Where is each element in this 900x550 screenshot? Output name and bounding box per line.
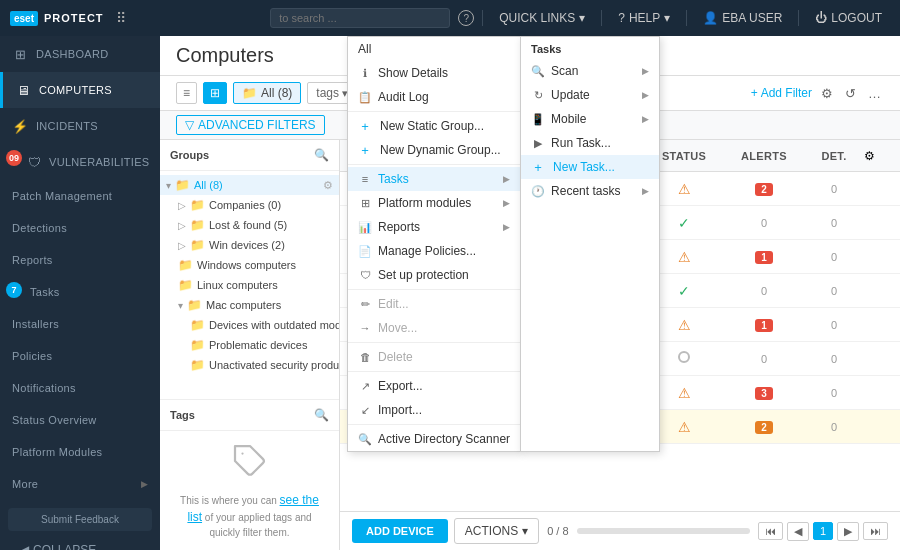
- sidebar-item-vulnerabilities[interactable]: 09 🛡 VULNERABILITIES: [0, 144, 160, 180]
- arrow-icon: ▶: [642, 186, 649, 196]
- prev-page-button[interactable]: ◀: [787, 522, 809, 541]
- tree-item-win[interactable]: ▷ 📁 Win devices (2): [160, 235, 339, 255]
- add-device-button[interactable]: ADD DEVICE: [352, 519, 448, 543]
- dd-platform-modules[interactable]: ⊞ Platform modules ▶: [348, 191, 520, 215]
- dd-tasks[interactable]: ≡ Tasks ▶: [348, 167, 520, 191]
- table-footer: ADD DEVICE ACTIONS ▾ 0 / 8 ⏮ ◀ 1: [340, 511, 900, 550]
- dd-edit[interactable]: ✏ Edit...: [348, 292, 520, 316]
- sidebar-item-platform-modules[interactable]: Platform Modules: [0, 436, 160, 468]
- tree-item-problematic[interactable]: 📁 Problematic devices: [160, 335, 339, 355]
- ok-icon: ✓: [678, 215, 690, 231]
- table-settings-icon[interactable]: ⚙: [864, 149, 875, 163]
- sidebar-item-tasks[interactable]: 7 Tasks: [0, 276, 160, 308]
- row-det: 0: [804, 386, 864, 400]
- first-page-button[interactable]: ⏮: [758, 522, 783, 540]
- ok-icon: ✓: [678, 283, 690, 299]
- policies-icon: 📄: [358, 244, 372, 258]
- dd-export[interactable]: ↗ Export...: [348, 374, 520, 398]
- sidebar-item-patch-management[interactable]: Patch Management: [0, 180, 160, 212]
- dd-new-static-group[interactable]: + New Static Group...: [348, 114, 520, 138]
- tree-item-unactivated[interactable]: 📁 Unactivated security product: [160, 355, 339, 375]
- refresh-icon[interactable]: ↺: [842, 83, 859, 104]
- advanced-filters-button[interactable]: ▽ ADVANCED FILTERS: [176, 115, 325, 135]
- dd-set-up-protection[interactable]: 🛡 Set up protection: [348, 263, 520, 287]
- scan-icon: 🔍: [531, 64, 545, 78]
- dd-move[interactable]: → Move...: [348, 316, 520, 340]
- grid-view-button[interactable]: ⊞: [203, 82, 227, 104]
- tags-search-icon[interactable]: 🔍: [314, 408, 329, 422]
- mobile-icon: 📱: [531, 112, 545, 126]
- question-icon: ?: [618, 11, 625, 25]
- dd-scan[interactable]: 🔍 Scan ▶: [521, 59, 659, 83]
- add-filter-button[interactable]: + Add Filter: [751, 86, 812, 100]
- search-input[interactable]: [270, 8, 450, 28]
- sidebar-item-more[interactable]: More ▶: [0, 468, 160, 500]
- dd-audit-log[interactable]: 📋 Audit Log: [348, 85, 520, 109]
- folder-icon: 📁: [175, 178, 190, 192]
- tag-icon: [232, 443, 268, 486]
- groups-search-icon[interactable]: 🔍: [314, 148, 329, 162]
- dd-new-task[interactable]: + New Task...: [521, 155, 659, 179]
- tree-item-outdated[interactable]: 📁 Devices with outdated modules: [160, 315, 339, 335]
- submit-feedback-button[interactable]: Submit Feedback: [8, 508, 152, 531]
- dd-run-task[interactable]: ▶ Run Task...: [521, 131, 659, 155]
- logout-icon: ⏻: [815, 11, 827, 25]
- collapse-button[interactable]: ◀ COLLAPSE: [8, 537, 152, 550]
- settings-icon[interactable]: ⚙: [818, 83, 836, 104]
- last-page-button[interactable]: ⏭: [863, 522, 888, 540]
- sidebar-bottom: Submit Feedback ◀ COLLAPSE: [0, 500, 160, 550]
- actions-button[interactable]: ACTIONS ▾: [454, 518, 539, 544]
- sidebar-item-dashboard[interactable]: ⊞ DASHBOARD: [0, 36, 160, 72]
- dashboard-icon: ⊞: [12, 46, 28, 62]
- list-view-button[interactable]: ≡: [176, 82, 197, 104]
- quick-links-button[interactable]: QUICK LINKS ▾: [491, 8, 593, 28]
- chevron-down-icon: ▾: [664, 11, 670, 25]
- dd-import[interactable]: ↙ Import...: [348, 398, 520, 422]
- tags-see-link[interactable]: see the list: [187, 493, 319, 524]
- sidebar-item-reports[interactable]: Reports: [0, 244, 160, 276]
- sidebar-item-installers[interactable]: Installers: [0, 308, 160, 340]
- dd-manage-policies[interactable]: 📄 Manage Policies...: [348, 239, 520, 263]
- help-button[interactable]: ? HELP ▾: [610, 8, 678, 28]
- expand-icon: ▾: [178, 300, 183, 311]
- more-options-icon[interactable]: …: [865, 83, 884, 104]
- shield-icon: 🛡: [28, 154, 41, 170]
- dd-show-details[interactable]: ℹ Show Details: [348, 61, 520, 85]
- dd-new-dynamic-group[interactable]: + New Dynamic Group...: [348, 138, 520, 162]
- dd-delete[interactable]: 🗑 Delete: [348, 345, 520, 369]
- tree-item-mac[interactable]: ▾ 📁 Mac computers: [160, 295, 339, 315]
- grid-icon[interactable]: ⠿: [116, 10, 126, 26]
- sidebar-item-status-overview[interactable]: Status Overview: [0, 404, 160, 436]
- next-page-button[interactable]: ▶: [837, 522, 859, 541]
- logout-button[interactable]: ⏻ LOGOUT: [807, 8, 890, 28]
- context-menu: All ℹ Show Details 📋 Audit Log + New Sta…: [347, 36, 660, 452]
- sidebar-item-policies[interactable]: Policies: [0, 340, 160, 372]
- page-1-button[interactable]: 1: [813, 522, 833, 540]
- row-det: 0: [804, 420, 864, 434]
- tree-item-companies[interactable]: ▷ 📁 Companies (0): [160, 195, 339, 215]
- dd-update[interactable]: ↻ Update ▶: [521, 83, 659, 107]
- help-circle-icon[interactable]: ?: [458, 10, 474, 26]
- left-panel: Groups 🔍 ▾ 📁 All (8) ⚙ ▷ 📁: [160, 140, 340, 550]
- sidebar-item-notifications[interactable]: Notifications: [0, 372, 160, 404]
- all-group-button[interactable]: 📁 All (8): [233, 82, 301, 104]
- sidebar-item-computers[interactable]: 🖥 COMPUTERS: [0, 72, 160, 108]
- dd-recent-tasks[interactable]: 🕐 Recent tasks ▶: [521, 179, 659, 203]
- sidebar-item-detections[interactable]: Detections: [0, 212, 160, 244]
- dd-ad-scanner[interactable]: 🔍 Active Directory Scanner: [348, 427, 520, 451]
- folder-icon: 📁: [242, 86, 257, 100]
- dd-reports[interactable]: 📊 Reports ▶: [348, 215, 520, 239]
- tree-settings-icon[interactable]: ⚙: [323, 179, 333, 192]
- dd-label: All: [358, 42, 371, 56]
- row-alerts: 2: [724, 420, 804, 434]
- dd-mobile[interactable]: 📱 Mobile ▶: [521, 107, 659, 131]
- sidebar-item-incidents[interactable]: ⚡ INCIDENTS: [0, 108, 160, 144]
- dd-all[interactable]: All: [348, 37, 520, 61]
- row-det: 0: [804, 182, 864, 196]
- tree-item-windows-computers[interactable]: 📁 Windows computers: [160, 255, 339, 275]
- tree-item-all[interactable]: ▾ 📁 All (8) ⚙: [160, 175, 339, 195]
- user-icon: 👤: [703, 11, 718, 25]
- user-button[interactable]: 👤 EBA USER: [695, 8, 790, 28]
- tree-item-lost[interactable]: ▷ 📁 Lost & found (5): [160, 215, 339, 235]
- tree-item-linux[interactable]: 📁 Linux computers: [160, 275, 339, 295]
